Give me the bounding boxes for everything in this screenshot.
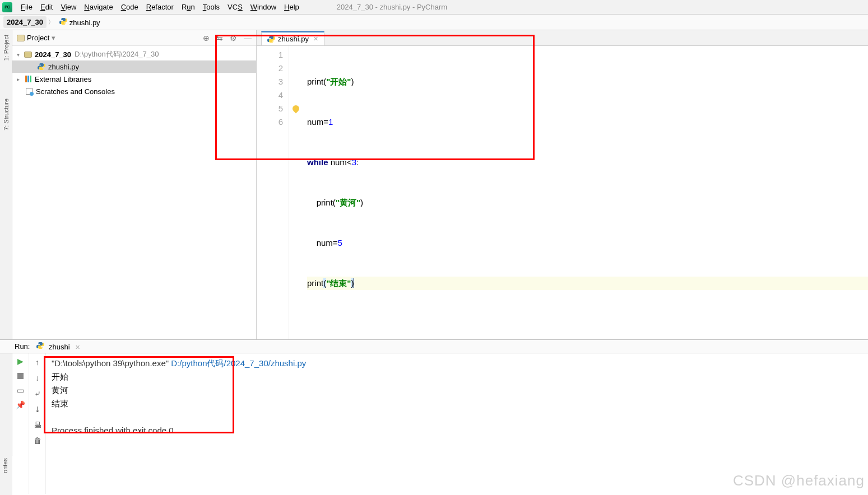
gutter-icons [289,46,303,339]
run-label: Run: [15,342,30,351]
run-cmd-exe: "D:\tools\python 39\python.exe" [52,358,171,368]
menu-run[interactable]: Run [178,2,199,12]
run-cmd-script: D:/python代码/2024_7_30/zhushi.py [171,358,306,368]
tree-extlib-label: External Libraries [35,75,91,83]
editor-tab-label: zhushi.py [278,35,309,43]
close-tab-icon[interactable]: ✕ [313,35,318,43]
menu-file[interactable]: File [17,2,36,12]
up-arrow-icon[interactable]: ↑ [33,358,42,367]
editor-tabbar: zhushi.py ✕ [257,30,868,46]
tree-file-label: zhushi.py [48,63,79,71]
python-file-icon [38,63,45,71]
scroll-icon[interactable]: ⤓ [33,405,42,414]
bottom-left-strip: orites [0,456,12,495]
gear-icon[interactable]: ⚙ [230,34,237,43]
layout-icon[interactable]: ▭ [16,386,25,395]
menu-window[interactable]: Window [247,2,280,12]
run-output[interactable]: "D:\tools\python 39\python.exe" D:/pytho… [46,353,868,494]
run-tab[interactable]: zhushi ✕ [36,342,80,351]
run-toolbar-1: ▶ ▭ 📌 [12,353,29,494]
editor-area: zhushi.py ✕ 123 456 print("开始") num=1 wh… [257,30,868,339]
chevron-right-icon[interactable]: ▸ [17,76,24,82]
run-play-icon[interactable]: ▶ [16,357,25,366]
tree-external-libraries[interactable]: ▸ External Libraries [12,73,256,85]
breadcrumb-root[interactable]: 2024_7_30 [3,16,47,28]
folder-icon [24,52,32,58]
menu-vcs[interactable]: VCS [224,2,247,12]
output-line: 结束 [52,397,862,410]
expand-icon[interactable]: ⇆ [216,34,223,43]
project-tree: ▾ 2024_7_30 D:\python代码\2024_7_30 zhushi… [12,46,256,100]
run-tab-label: zhushi [49,343,70,351]
breadcrumb-file[interactable]: zhushi.py [56,16,104,29]
dropdown-icon[interactable]: ▾ [52,34,55,42]
trash-icon[interactable]: 🗑 [33,436,42,445]
close-icon[interactable]: ✕ [75,344,80,351]
run-toolbar-2: ↑ ↓ ⤶ ⤓ 🖶 🗑 [29,353,46,494]
scratches-icon [26,88,33,95]
breadcrumb-file-label: zhushi.py [69,18,100,27]
window-title: 2024_7_30 - zhushi.py - PyCharm [337,3,447,11]
menu-help[interactable]: Help [280,2,303,12]
sidebar-header: Project ▾ ⊕ ⇆ ⚙ — [12,30,256,46]
lightbulb-icon[interactable] [291,104,301,114]
tree-root[interactable]: ▾ 2024_7_30 D:\python代码\2024_7_30 [12,48,256,60]
wrap-icon[interactable]: ⤶ [33,389,42,398]
locate-icon[interactable]: ⊕ [203,34,210,43]
menu-refactor[interactable]: Refactor [142,2,178,12]
pin-icon[interactable]: 📌 [16,400,25,409]
python-file-icon [59,17,67,25]
project-sidebar: Project ▾ ⊕ ⇆ ⚙ — ▾ 2024_7_30 D:\python代… [12,30,257,339]
tree-root-path: D:\python代码\2024_7_30 [75,49,159,59]
menubar: PC File Edit View Navigate Code Refactor… [0,0,868,15]
menu-view[interactable]: View [57,2,80,12]
menu-code[interactable]: Code [117,2,142,12]
tab-project[interactable]: 1: Project [3,32,10,63]
tree-root-name: 2024_7_30 [35,50,71,59]
sidebar-title: Project [27,34,49,42]
down-arrow-icon[interactable]: ↓ [33,373,42,382]
stop-icon[interactable] [16,371,25,380]
python-file-icon [36,342,44,349]
libraries-icon [24,75,33,83]
chevron-down-icon[interactable]: ▾ [17,52,24,58]
output-line: 开始 [52,370,862,384]
exit-code-line: Process finished with exit code 0 [52,424,862,437]
tree-file-zhushi[interactable]: zhushi.py [12,60,256,73]
line-numbers: 123 456 [257,46,289,339]
run-panel-header: Run: zhushi ✕ [0,339,868,353]
tab-structure[interactable]: 7: Structure [3,96,10,133]
menu-tools[interactable]: Tools [199,2,224,12]
pycharm-logo-icon: PC [2,2,12,12]
tree-scratches[interactable]: Scratches and Consoles [12,85,256,97]
run-panel: ▶ ▭ 📌 ↑ ↓ ⤶ ⤓ 🖶 🗑 "D:\tools\python 39\py… [0,353,868,494]
menu-navigate[interactable]: Navigate [80,2,117,12]
python-file-icon [267,35,275,43]
tree-scratch-label: Scratches and Consoles [36,87,115,96]
collapse-icon[interactable]: — [244,34,252,43]
left-tool-strip: 1: Project 7: Structure [0,30,12,339]
editor-tab-zhushi[interactable]: zhushi.py ✕ [261,31,324,45]
tab-favorites[interactable]: orites [0,456,10,475]
print-icon[interactable]: 🖶 [33,421,42,429]
code-editor[interactable]: 123 456 print("开始") num=1 while num<3: p… [257,46,868,339]
output-line: 黄河 [52,384,862,397]
breadcrumb-sep-icon: 〉 [48,17,55,27]
code-content[interactable]: print("开始") num=1 while num<3: print("黄河… [303,46,868,339]
breadcrumb: 2024_7_30 〉 zhushi.py [0,15,868,30]
menu-edit[interactable]: Edit [36,2,57,12]
project-folder-icon [17,35,25,41]
